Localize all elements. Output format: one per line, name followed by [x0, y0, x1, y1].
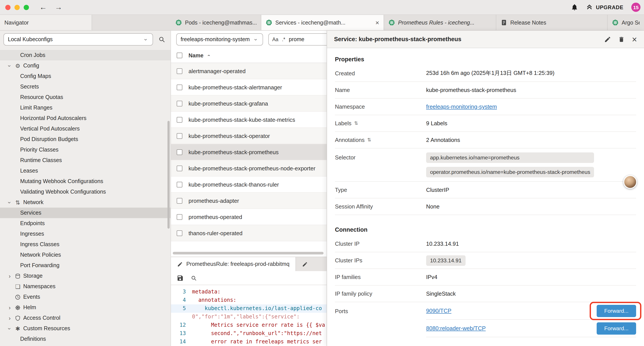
sidebar-item-namespaces[interactable]: ❏ Namespaces: [0, 281, 170, 292]
sidebar-item-secrets[interactable]: Secrets: [0, 81, 170, 92]
namespace-select[interactable]: freeleaps-monitoring-system ›: [176, 33, 263, 45]
pencil-icon: [302, 261, 308, 267]
row-checkbox[interactable]: [177, 84, 182, 90]
expand-toggle-icon[interactable]: ⇅: [354, 120, 358, 126]
close-icon[interactable]: ×: [632, 35, 637, 43]
sidebar-item-ingresses[interactable]: Ingresses: [0, 229, 170, 239]
connection-heading: Connection: [335, 226, 636, 233]
sidebar-item-custom-resources[interactable]: › ✱ Custom Resources: [0, 323, 170, 334]
tab-argo[interactable]: Argo Se...: [608, 15, 644, 30]
port-link-8080[interactable]: 8080:reloader-web/TCP: [426, 325, 486, 332]
row-checkbox[interactable]: [177, 214, 182, 220]
expand-toggle-icon[interactable]: ⇅: [367, 137, 371, 143]
row-checkbox[interactable]: [177, 100, 182, 106]
sidebar-item-helm[interactable]: › Helm: [0, 302, 170, 313]
chevron-right-icon[interactable]: ›: [7, 315, 12, 321]
gear-icon: ⚙: [14, 62, 22, 69]
select-all-checkbox[interactable]: [177, 52, 182, 58]
sidebar-item-validating-webhook-configurations[interactable]: Validating Webhook Configurations: [0, 187, 170, 197]
line-number: [171, 313, 192, 321]
chevron-down-icon[interactable]: ›: [7, 200, 12, 205]
bell-icon[interactable]: [571, 3, 578, 11]
sidebar-scrollbar[interactable]: [168, 121, 170, 229]
sidebar-item-network[interactable]: › ⇅ Network: [0, 197, 170, 208]
sidebar-item-resource-quotas[interactable]: Resource Quotas: [0, 92, 170, 102]
sidebar-item-vertical-pod-autoscalers[interactable]: Vertical Pod Autoscalers: [0, 123, 170, 134]
line-number: 4: [171, 296, 192, 304]
forward-button[interactable]: Forward...: [597, 305, 636, 317]
sidebar-item-cron-jobs[interactable]: Cron Jobs: [0, 50, 170, 60]
sidebar-item-access-control[interactable]: › Access Control: [0, 313, 170, 323]
sidebar-item-leases[interactable]: Leases: [0, 166, 170, 176]
row-checkbox[interactable]: [177, 149, 182, 155]
sidebar-item-services[interactable]: Services: [0, 208, 170, 218]
shield-icon: [14, 315, 22, 321]
sidebar-item-definitions[interactable]: Definitions: [0, 334, 170, 344]
upgrade-button[interactable]: UPGRADE: [586, 4, 624, 10]
regex-icon[interactable]: .*: [282, 37, 285, 42]
sidebar-item-endpoints[interactable]: Endpoints: [0, 218, 170, 229]
chevron-down-icon[interactable]: ›: [7, 63, 12, 68]
ip-family-policy-row: IP family policy SingleStack: [335, 286, 636, 302]
sidebar-item-network-policies[interactable]: Network Policies: [0, 250, 170, 260]
service-details-drawer: Service: kube-prometheus-stack-prometheu…: [326, 31, 644, 346]
match-case-icon[interactable]: Aa: [272, 37, 278, 42]
tab-release-notes[interactable]: Release Notes: [496, 15, 608, 30]
row-checkbox[interactable]: [177, 133, 182, 139]
sidebar-item-ingress-classes[interactable]: Ingress Classes: [0, 239, 170, 250]
row-checkbox[interactable]: [177, 68, 182, 74]
row-checkbox[interactable]: [177, 230, 182, 236]
search-input[interactable]: [289, 36, 328, 42]
avatar[interactable]: [624, 175, 637, 189]
sidebar-item-events[interactable]: Events: [0, 292, 170, 302]
row-checkbox[interactable]: [177, 182, 182, 187]
save-icon[interactable]: [177, 274, 184, 281]
sidebar-item-config[interactable]: › ⚙ Config: [0, 60, 170, 71]
sidebar-item-storage[interactable]: › Storage: [0, 271, 170, 281]
zoom-window-button[interactable]: [24, 4, 29, 10]
tab-prometheus-rules[interactable]: Prometheus Rules - icecheng...: [384, 15, 496, 30]
titlebar-right-group: UPGRADE 15: [571, 3, 644, 12]
sidebar-item-pod-disruption-budgets[interactable]: Pod Disruption Budgets: [0, 134, 170, 145]
sidebar-item-limit-ranges[interactable]: Limit Ranges: [0, 102, 170, 113]
sidebar-item-mutating-webhook-configurations[interactable]: Mutating Webhook Configurations: [0, 176, 170, 187]
sidebar-item-priority-classes[interactable]: Priority Classes: [0, 145, 170, 155]
edit-icon[interactable]: [604, 36, 611, 43]
chevron-right-icon[interactable]: ›: [7, 305, 12, 310]
labels-row: Labels ⇅ 9 Labels: [335, 115, 636, 132]
forward-icon[interactable]: →: [55, 3, 62, 11]
dock-tab-prometheusrule[interactable]: PrometheusRule: freeleaps-prod-rabbitmq: [171, 257, 296, 271]
line-number: 3: [171, 288, 192, 296]
sidebar-item-config-maps[interactable]: Config Maps: [0, 71, 170, 81]
navigator-header: Navigator: [0, 15, 92, 30]
back-icon[interactable]: ←: [40, 3, 47, 11]
cluster-ips-row: Cluster IPs 10.233.14.91: [335, 252, 636, 269]
tab-services[interactable]: Services - icecheng@math... ×: [261, 15, 384, 30]
search-icon[interactable]: [191, 275, 197, 281]
tab-pods[interactable]: Pods - icecheng@mathmas...: [171, 15, 261, 30]
notification-badge[interactable]: 15: [631, 3, 640, 12]
chevron-down-icon[interactable]: ›: [7, 326, 12, 331]
sidebar-item-runtime-classes[interactable]: Runtime Classes: [0, 155, 170, 166]
kubeconfig-select[interactable]: Local Kubeconfigs ›: [4, 33, 153, 45]
row-checkbox[interactable]: [177, 165, 182, 171]
name-column-header[interactable]: Name ›: [188, 52, 211, 58]
namespace-link[interactable]: freeleaps-monitoring-system: [426, 103, 497, 110]
session-affinity-row: Session Affinity None: [335, 198, 636, 215]
forward-button[interactable]: Forward...: [597, 322, 636, 335]
sidebar-item-port-forwarding[interactable]: Port Forwarding: [0, 260, 170, 271]
delete-icon[interactable]: [618, 36, 625, 43]
dock-tab-2[interactable]: [296, 257, 314, 271]
chevron-down-icon: ›: [143, 37, 149, 42]
kubernetes-icon: [612, 19, 618, 26]
horizontal-scrollbar[interactable]: [173, 252, 324, 255]
row-checkbox[interactable]: [177, 117, 182, 122]
minimize-window-button[interactable]: [14, 4, 20, 10]
close-window-button[interactable]: [5, 4, 10, 10]
chevron-right-icon[interactable]: ›: [7, 273, 12, 279]
port-link-9090[interactable]: 9090/TCP: [426, 308, 451, 314]
search-icon[interactable]: [158, 36, 165, 43]
sidebar-item-horizontal-pod-autoscalers[interactable]: Horizontal Pod Autoscalers: [0, 113, 170, 123]
row-checkbox[interactable]: [177, 198, 182, 203]
close-icon[interactable]: ×: [374, 19, 379, 26]
